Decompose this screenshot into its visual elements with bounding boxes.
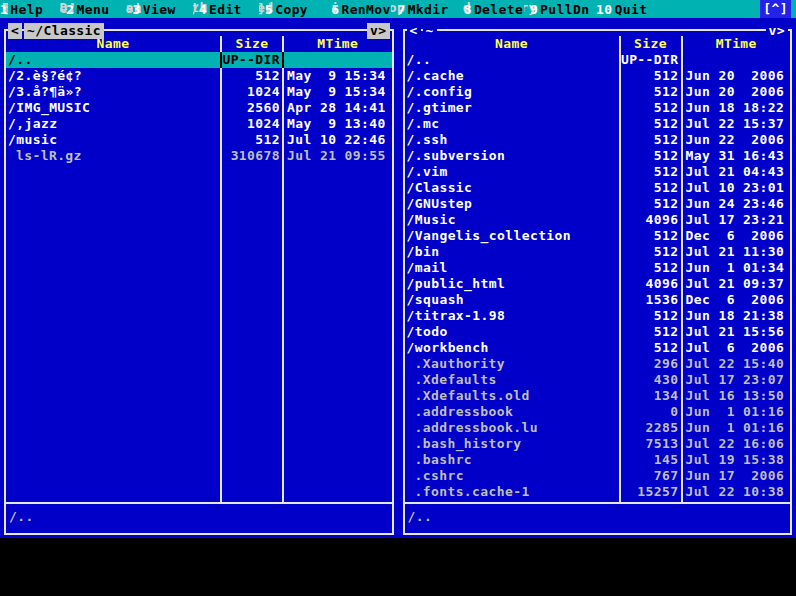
fkey-button[interactable]: 4 Edit	[199, 1, 259, 18]
file-row[interactable]: /.config 512 Jun 20 2006	[405, 84, 791, 100]
mini-status: /..	[405, 502, 791, 533]
file-name: /.config	[405, 84, 621, 100]
file-mtime: May 9 15:34	[284, 84, 392, 100]
column-header-size[interactable]: Size	[621, 36, 683, 52]
file-size: 512	[621, 324, 683, 340]
file-name: /Music	[405, 212, 621, 228]
file-row[interactable]: .Xauthority 296 Jul 22 15:40	[405, 356, 791, 372]
fkey-number: 6	[331, 1, 339, 18]
file-mtime: Jul 21 09:55	[284, 148, 392, 164]
file-mtime: Jun 18 21:38	[683, 308, 791, 324]
panel-history-back-icon[interactable]: <	[407, 23, 421, 39]
file-row[interactable]: /Classic 512 Jul 10 23:01	[405, 180, 791, 196]
file-row[interactable]: /titrax-1.98 512 Jun 18 21:38	[405, 308, 791, 324]
fkey-button[interactable]: 7 Mkdir	[397, 1, 457, 18]
file-size: 512	[621, 132, 683, 148]
column-headers: Name Size MTime	[405, 36, 791, 52]
file-row[interactable]: /todo 512 Jul 21 15:56	[405, 324, 791, 340]
function-key-bar: 1 Help 2 Menu 3 View 4 Edit 5 Copy 6 Ren…	[0, 0, 796, 18]
fkey-button[interactable]: 6 RenMov	[331, 1, 391, 18]
file-row[interactable]: /.. UP--DIR	[405, 52, 791, 68]
fkey-button[interactable]: 3 View	[132, 1, 192, 18]
file-row[interactable]: .addressbook 0 Jun 1 01:16	[405, 404, 791, 420]
column-header-size[interactable]: Size	[222, 36, 284, 52]
fkey-button[interactable]: 2 Menu	[66, 1, 126, 18]
file-list-body: /.. UP--DIR /2.è§?é¢? 512 May 9 15:34 /3…	[6, 52, 392, 502]
fkey-button[interactable]: 8 Delete	[464, 1, 524, 18]
file-mtime: Jun 24 23:46	[683, 196, 791, 212]
file-row[interactable]: /bin 512 Jul 21 11:30	[405, 244, 791, 260]
file-mtime: Jul 22 10:38	[683, 484, 791, 500]
file-mtime: Jul 22 16:06	[683, 436, 791, 452]
file-size: 1024	[222, 84, 284, 100]
fkey-button[interactable]: 5 Copy	[265, 1, 325, 18]
file-row[interactable]: .bash_history 7513 Jul 22 16:06	[405, 436, 791, 452]
panel-dropdown-icon[interactable]: v>	[367, 23, 389, 39]
file-name: .Xdefaults.old	[405, 388, 621, 404]
file-name: .Xauthority	[405, 356, 621, 372]
file-row[interactable]: /.vim 512 Jul 21 04:43	[405, 164, 791, 180]
file-row[interactable]: /.gtimer 512 Jun 18 18:22	[405, 100, 791, 116]
file-name: ls-lR.gz	[6, 148, 222, 164]
file-row[interactable]: /music 512 Jul 10 22:46	[6, 132, 392, 148]
right-panel-path-title[interactable]: ~	[423, 23, 437, 39]
file-row[interactable]: /squash 1536 Dec 6 2006	[405, 292, 791, 308]
file-row[interactable]: .addressbook.lu 2285 Jun 1 01:16	[405, 420, 791, 436]
fkey-number: 2	[66, 1, 74, 18]
file-mtime: Jul 22 15:37	[683, 116, 791, 132]
panel-dropdown-icon[interactable]: v>	[766, 23, 788, 39]
file-row[interactable]: /GNUstep 512 Jun 24 23:46	[405, 196, 791, 212]
fkey-number: 3	[132, 1, 140, 18]
file-mtime: Jul 21 09:37	[683, 276, 791, 292]
fkey-label: Help	[8, 1, 60, 18]
file-row[interactable]: /.cache 512 Jun 20 2006	[405, 68, 791, 84]
file-name: .cshrc	[405, 468, 621, 484]
file-name: /2.è§?é¢?	[6, 68, 222, 84]
file-mtime: Jul 17 23:07	[683, 372, 791, 388]
fkey-number: 5	[265, 1, 273, 18]
file-name: /music	[6, 132, 222, 148]
panel-empty-space	[6, 164, 392, 502]
file-size: 512	[222, 132, 284, 148]
file-name: /Classic	[405, 180, 621, 196]
file-mtime: Jul 10 22:46	[284, 132, 392, 148]
file-row[interactable]: /IMG_MUSIC 2560 Apr 28 14:41	[6, 100, 392, 116]
panels-area: < ~/Classic v> Name Size MTime /.. UP--D…	[0, 18, 796, 538]
file-row[interactable]: /.ssh 512 Jun 22 2006	[405, 132, 791, 148]
file-size: 512	[621, 84, 683, 100]
column-header-name[interactable]: Name	[405, 36, 621, 52]
file-mtime: Apr 28 14:41	[284, 100, 392, 116]
file-name: /workbench	[405, 340, 621, 356]
file-row[interactable]: ls-lR.gz 310678 Jul 21 09:55	[6, 148, 392, 164]
file-row[interactable]: /.. UP--DIR	[6, 52, 392, 68]
file-row[interactable]: .bashrc 145 Jul 19 15:38	[405, 452, 791, 468]
file-row[interactable]: /.mc 512 Jul 22 15:37	[405, 116, 791, 132]
file-row[interactable]: /mail 512 Jun 1 01:34	[405, 260, 791, 276]
file-mtime: Jun 1 01:34	[683, 260, 791, 276]
file-row[interactable]: /2.è§?é¢? 512 May 9 15:34	[6, 68, 392, 84]
file-mtime: Jun 20 2006	[683, 84, 791, 100]
file-size: 512	[621, 244, 683, 260]
file-row[interactable]: .cshrc 767 Jun 17 2006	[405, 468, 791, 484]
fkey-button[interactable]: 1 Help	[0, 1, 60, 18]
file-row[interactable]: /workbench 512 Jul 6 2006	[405, 340, 791, 356]
file-row[interactable]: /public_html 4096 Jul 21 09:37	[405, 276, 791, 292]
file-mtime: Jun 1 01:16	[683, 404, 791, 420]
left-panel-path-title[interactable]: ~/Classic	[24, 23, 104, 39]
file-name: .bashrc	[405, 452, 621, 468]
panel-history-back-icon[interactable]: <	[8, 23, 22, 39]
file-row[interactable]: /3.å?¶ä»? 1024 May 9 15:34	[6, 84, 392, 100]
file-row[interactable]: .Xdefaults 430 Jul 17 23:07	[405, 372, 791, 388]
file-row[interactable]: .Xdefaults.old 134 Jul 16 13:50	[405, 388, 791, 404]
file-row[interactable]: .fonts.cache-1 15257 Jul 22 10:38	[405, 484, 791, 500]
file-row[interactable]: /Music 4096 Jul 17 23:21	[405, 212, 791, 228]
fkey-button[interactable]: 10 Quit	[596, 1, 664, 18]
file-row[interactable]: /Vangelis_collection 512 Dec 6 2006	[405, 228, 791, 244]
file-row[interactable]: /,jazz 1024 May 9 13:40	[6, 116, 392, 132]
file-row[interactable]: /.subversion 512 May 31 16:43	[405, 148, 791, 164]
file-size: 430	[621, 372, 683, 388]
file-size: 512	[621, 148, 683, 164]
file-mtime: Jul 17 23:21	[683, 212, 791, 228]
file-size: 310678	[222, 148, 284, 164]
fkey-button[interactable]: 9 PullDn	[530, 1, 590, 18]
